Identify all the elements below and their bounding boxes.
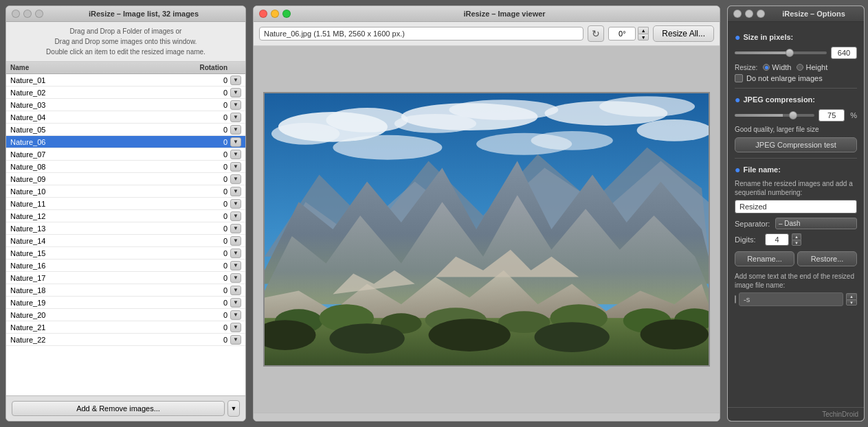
list-item[interactable]: Nature_17 0 ▼ [6,272,245,284]
minimize-button-list[interactable] [23,10,32,18]
add-text-checkbox[interactable] [735,295,736,303]
refresh-button[interactable]: ↻ [588,25,604,42]
list-item[interactable]: Nature_13 0 ▼ [6,222,245,235]
close-button-list[interactable] [12,10,20,18]
list-item[interactable]: Nature_18 0 ▼ [6,284,245,297]
filename-field[interactable] [735,200,857,214]
item-dropdown-arrow[interactable]: ▼ [230,249,241,258]
do-not-enlarge-checkbox[interactable] [735,74,743,82]
item-dropdown-arrow[interactable]: ▼ [230,286,241,295]
item-dropdown-arrow[interactable]: ▼ [230,150,241,159]
item-rotation: 0 [200,262,227,270]
width-radio[interactable]: Width [763,63,791,71]
list-panel-title: iResize – Image list, 32 images [47,10,240,18]
item-dropdown-arrow[interactable]: ▼ [230,187,241,196]
item-dropdown-arrow[interactable]: ▼ [230,76,241,85]
list-item[interactable]: Nature_15 0 ▼ [6,247,245,259]
add-text-field[interactable] [739,292,843,306]
list-item[interactable]: Nature_11 0 ▼ [6,198,245,210]
item-name: Nature_16 [10,262,200,270]
item-dropdown-arrow[interactable]: ▼ [230,261,241,270]
svg-point-32 [535,322,610,352]
item-dropdown-arrow[interactable]: ▼ [230,162,241,172]
digits-up-button[interactable]: ▲ [792,233,801,240]
close-button-viewer[interactable] [259,10,267,18]
list-item[interactable]: Nature_10 0 ▼ [6,185,245,198]
viewer-scrollbar[interactable] [254,413,720,421]
jpeg-slider[interactable] [735,114,814,117]
item-dropdown-arrow[interactable]: ▼ [230,236,241,246]
restore-button[interactable]: Restore... [797,251,857,266]
rename-button[interactable]: Rename... [735,251,794,266]
resize-radio-row: Resize: Width Height [735,63,857,71]
add-remove-button[interactable]: Add & Remove images... [12,401,225,416]
minimize-button-options[interactable] [745,10,753,18]
list-item[interactable]: Nature_07 0 ▼ [6,148,245,161]
maximize-button-list[interactable] [35,10,43,18]
list-item[interactable]: Nature_14 0 ▼ [6,235,245,247]
item-dropdown-arrow[interactable]: ▼ [230,298,241,308]
item-dropdown-arrow[interactable]: ▼ [230,113,241,122]
digits-field[interactable] [765,233,789,246]
item-dropdown-arrow[interactable]: ▼ [230,224,241,233]
list-item[interactable]: Nature_01 0 ▼ [6,74,245,86]
width-radio-circle[interactable] [763,64,770,71]
image-info-field: Nature_06.jpg (1.51 MB, 2560 x 1600 px.) [259,27,583,41]
item-dropdown-arrow[interactable]: ▼ [230,137,241,147]
close-button-options[interactable] [733,10,742,18]
jpeg-slider-thumb[interactable] [789,111,797,119]
jpeg-compression-test-button[interactable]: JPEG Compression test [735,137,857,152]
item-dropdown-arrow[interactable]: ▼ [230,100,241,110]
list-item[interactable]: Nature_02 0 ▼ [6,86,245,99]
rotation-down-button[interactable]: ▼ [638,34,649,41]
jpeg-value-field[interactable] [819,109,845,122]
resize-all-button[interactable]: Resize All... [653,25,714,42]
add-remove-dropdown-arrow[interactable]: ▼ [227,400,240,417]
add-text-down-button[interactable]: ▼ [846,299,857,305]
item-dropdown-arrow[interactable]: ▼ [230,211,241,221]
list-item[interactable]: Nature_06 0 ▼ [6,136,245,148]
do-not-enlarge-row: Do not enlarge images [735,74,857,82]
list-item[interactable]: Nature_12 0 ▼ [6,210,245,222]
minimize-button-viewer[interactable] [271,10,279,18]
list-item[interactable]: Nature_08 0 ▼ [6,161,245,173]
item-dropdown-arrow[interactable]: ▼ [230,125,241,135]
height-radio[interactable]: Height [797,63,827,71]
size-slider-thumb[interactable] [786,49,794,57]
list-item[interactable]: Nature_21 0 ▼ [6,321,245,334]
list-item[interactable]: Nature_19 0 ▼ [6,297,245,309]
rotation-up-button[interactable]: ▲ [638,27,649,34]
image-viewer-panel: iResize – Image viewer Nature_06.jpg (1.… [253,5,720,422]
jpeg-section-header: ● JPEG compression: [735,94,857,105]
separator-label: Separator: [735,220,772,228]
svg-point-33 [641,319,709,349]
image-list-body[interactable]: Nature_01 0 ▼ Nature_02 0 ▼ Nature_03 0 … [6,74,245,395]
item-dropdown-arrow[interactable]: ▼ [230,273,241,283]
item-dropdown-arrow[interactable]: ▼ [230,174,241,184]
item-dropdown-arrow[interactable]: ▼ [230,323,241,332]
rotation-field[interactable] [608,27,636,41]
list-item[interactable]: Nature_03 0 ▼ [6,99,245,111]
height-radio-circle[interactable] [797,64,803,71]
viewer-titlebar: iResize – Image viewer [254,6,720,22]
size-slider[interactable] [735,51,827,54]
list-item[interactable]: Nature_20 0 ▼ [6,309,245,321]
maximize-button-viewer[interactable] [282,10,291,18]
add-text-up-button[interactable]: ▲ [846,293,857,299]
list-item[interactable]: Nature_09 0 ▼ [6,173,245,185]
item-name: Nature_04 [10,113,200,122]
maximize-button-options[interactable] [757,10,765,18]
traffic-lights-options [733,10,765,18]
item-dropdown-arrow[interactable]: ▼ [230,335,241,345]
width-label: Width [772,63,791,71]
item-dropdown-arrow[interactable]: ▼ [230,310,241,320]
list-item[interactable]: Nature_05 0 ▼ [6,124,245,136]
size-value-field[interactable] [831,47,857,59]
list-item[interactable]: Nature_16 0 ▼ [6,259,245,272]
digits-down-button[interactable]: ▼ [792,240,801,246]
list-item[interactable]: Nature_04 0 ▼ [6,111,245,124]
item-dropdown-arrow[interactable]: ▼ [230,88,241,97]
separator-select[interactable]: – Dash [775,218,857,229]
item-dropdown-arrow[interactable]: ▼ [230,199,241,209]
list-item[interactable]: Nature_22 0 ▼ [6,334,245,346]
